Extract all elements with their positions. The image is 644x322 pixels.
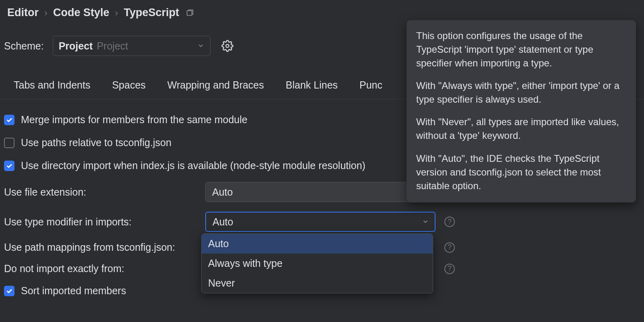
copy-settings-icon[interactable] [186,8,194,17]
tab-spaces[interactable]: Spaces [112,79,145,91]
option-label: Use directory import when index.js is av… [21,160,365,171]
chevron-down-icon [197,40,204,52]
tab-tabs-and-indents[interactable]: Tabs and Indents [14,79,90,91]
svg-rect-0 [187,10,192,15]
tab-punctuation[interactable]: Punc [359,79,382,91]
help-icon[interactable]: ? [444,242,455,253]
scheme-secondary: Project [97,40,128,52]
tab-wrapping-and-braces[interactable]: Wrapping and Braces [167,79,264,91]
scheme-value: Project [59,40,93,52]
combo-value: Auto [212,186,233,198]
help-icon[interactable]: ? [444,217,455,227]
type-modifier-select[interactable]: Auto [205,212,436,232]
help-tooltip: This option configures the usage of the … [407,20,636,202]
field-label: Do not import exactly from: [4,263,205,275]
dropdown-option-never[interactable]: Never [202,273,433,293]
breadcrumb-separator: › [44,7,47,19]
breadcrumb: Editor › Code Style › TypeScript [0,0,644,23]
breadcrumb-item-code-style[interactable]: Code Style [53,6,109,19]
breadcrumb-item-editor[interactable]: Editor [7,6,39,19]
tooltip-paragraph: This option configures the usage of the … [416,29,626,70]
chevron-down-icon [422,216,429,228]
type-modifier-dropdown: Auto Always with type Never [201,233,433,293]
combo-value: Auto [213,216,233,228]
dropdown-option-auto[interactable]: Auto [202,234,433,254]
tooltip-paragraph: With "Auto", the IDE checks the TypeScri… [416,152,626,193]
field-label: Use file extension: [4,186,205,198]
scheme-select[interactable]: Project Project [53,36,211,56]
field-label: Use type modifier in imports: [4,216,205,228]
option-label: Use paths relative to tsconfig.json [21,137,171,149]
option-label: Sort imported members [21,285,126,297]
breadcrumb-separator: › [115,7,118,19]
breadcrumb-item-typescript[interactable]: TypeScript [124,6,180,19]
svg-point-1 [226,44,229,47]
checkbox-checked-icon[interactable] [4,286,14,296]
checkbox-checked-icon[interactable] [4,161,14,171]
field-type-modifier: Use type modifier in imports: Auto ? [4,207,640,237]
tooltip-paragraph: With "Never", all types are imported lik… [416,115,626,142]
tooltip-paragraph: With "Always with type", either 'import … [416,79,626,106]
gear-icon[interactable] [219,38,235,54]
option-label: Merge imports for members from the same … [21,114,248,126]
field-label: Use path mappings from tsconfig.json: [4,242,205,253]
dropdown-option-always-with-type[interactable]: Always with type [202,254,433,273]
help-icon[interactable]: ? [444,264,455,274]
checkbox-checked-icon[interactable] [4,115,14,125]
checkbox-unchecked-icon[interactable] [4,138,14,148]
scheme-label: Scheme: [4,40,44,52]
tab-blank-lines[interactable]: Blank Lines [286,79,338,91]
